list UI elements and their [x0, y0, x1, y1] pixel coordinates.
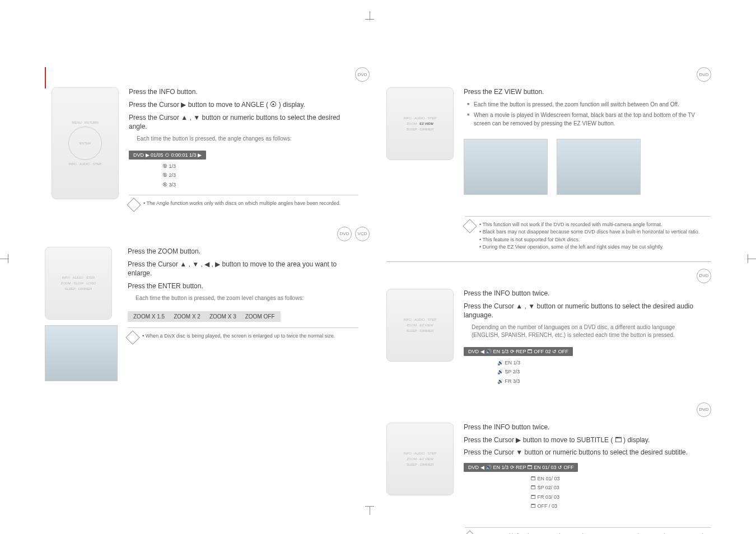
zoom-step2: Press the Cursor ▲ , ▼ , ◀ , ▶ button to… — [128, 260, 358, 279]
audio-osd: DVD ◀ 🔊 EN 1/3 ⟳ REP 🗔 OFF 02 ↺ OFF — [464, 347, 573, 356]
subtitle-chain-4: 🗔 OFF / 03 — [531, 502, 700, 510]
audio-chain-1: 🔊 EN 1/3 — [497, 358, 700, 367]
tv-before — [464, 139, 548, 195]
subtitle-step1: Press the INFO button twice. — [464, 423, 700, 432]
ezview-step1: Press the EZ VIEW button. — [464, 87, 700, 97]
angle-note-row: • The Angle function works only with dis… — [129, 195, 358, 210]
accent-bar — [45, 67, 46, 88]
subtitle-osd: DVD ◀ 🔊 EN 1/3 ⟳ REP 🗔 EN 01/ 03 ↺ OFF — [464, 463, 578, 472]
ezview-tv-compare — [464, 133, 700, 195]
subtitle-step3: Press the Cursor ▼ button or numeric but… — [464, 448, 700, 457]
subtitle-chain-3: 🗔 FR 03/ 03 — [531, 493, 700, 502]
crop-mark-bottom — [370, 506, 386, 523]
angle-chain-2: ⦿ 2/3 — [162, 171, 358, 180]
zoom-level-2: ZOOM X 2 — [174, 313, 200, 320]
note-icon — [463, 530, 477, 534]
ezview-bullet2: When a movie is played in Widescreen for… — [467, 111, 700, 128]
zoom-step3-sub: Each time the button is pressed, the zoo… — [136, 294, 358, 302]
audio-disc-icons: DVD — [386, 269, 711, 283]
note-icon — [125, 330, 139, 344]
dvd-disc-icon: DVD — [697, 402, 711, 417]
crop-mark-top — [370, 11, 386, 28]
angle-note: • The Angle function works only with dis… — [143, 200, 340, 208]
ezview-section: INFO · AUDIO · STEP ZOOM · EZ VIEW SLEEP… — [386, 87, 711, 199]
zoom-level-4: ZOOM OFF — [245, 313, 275, 320]
ezview-note-2: Black bars may not disappear because som… — [479, 228, 699, 236]
remote-image: MENU · RETURN ENTER INFO · AUDIO · STEP — [52, 87, 119, 199]
ezview-bullet1: Each time the button is pressed, the zoo… — [467, 100, 700, 109]
tv-screenshot — [45, 325, 118, 381]
subtitle-step2: Press the Cursor ▶ button to move to SUB… — [464, 435, 700, 445]
remote-image: INFO · AUDIO · STEP ZOOM · EZ VIEW SLEEP… — [386, 423, 454, 495]
audio-step2: Press the Cursor ▲ , ▼ button or numeric… — [464, 302, 700, 321]
zoom-step1: Press the ZOOM button. — [128, 247, 358, 256]
zoom-level-1: ZOOM X 1.5 — [133, 313, 165, 320]
angle-section: MENU · RETURN ENTER INFO · AUDIO · STEP … — [52, 87, 370, 210]
note-icon — [127, 198, 141, 212]
ezview-note-1: This function will not work if the DVD i… — [479, 221, 699, 229]
crop-mark-left — [0, 259, 17, 275]
ezview-disc-icons: DVD — [386, 67, 711, 82]
audio-chain: 🔊 EN 1/3 🔊 SP 2/3 🔊 FR 3/3 — [497, 358, 700, 386]
audio-chain-3: 🔊 FR 3/3 — [497, 377, 700, 386]
zoom-note: • When a DivX disc is being played, the … — [142, 332, 335, 340]
audio-step2-sub: Depending on the number of languages on … — [472, 324, 700, 339]
angle-step1: Press the INFO button. — [129, 87, 358, 97]
angle-osd: DVD ▶ 01/05 ⏲ 0:00:01 1/3 ▶ — [129, 151, 206, 160]
zoom-level-3: ZOOM X 3 — [209, 313, 236, 320]
zoom-note-row: • When a DivX disc is being played, the … — [128, 327, 358, 343]
audio-chain-2: 🔊 SP 2/3 — [497, 367, 700, 376]
ezview-notes: This function will not work if the DVD i… — [479, 221, 699, 251]
remote-image: INFO · AUDIO · STEP ZOOM · EZ VIEW SLEEP… — [386, 289, 454, 362]
angle-step2: Press the Cursor ▶ button to move to ANG… — [129, 100, 358, 110]
subtitle-disc-icons: DVD — [386, 402, 711, 417]
section-disc-icons: DVD — [52, 67, 370, 82]
angle-chain-3: ⦿ 3/3 — [162, 180, 358, 189]
angle-step3: Press the Cursor ▲ , ▼ button or numeric… — [129, 113, 358, 132]
dvd-disc-icon: DVD — [337, 227, 352, 241]
zoom-levels: ZOOM X 1.5 ZOOM X 2 ZOOM X 3 ZOOM OFF — [128, 311, 281, 322]
note-icon — [463, 219, 477, 233]
angle-chain: ⦿ 1/3 ⦿ 2/3 ⦿ 3/3 — [162, 162, 358, 189]
angle-step3-sub: Each time the button is pressed, the ang… — [137, 135, 358, 143]
subtitle-chain-2: 🗔 SP 02/ 03 — [531, 483, 700, 492]
zoom-disc-icons: DVD VCD — [45, 227, 370, 241]
audio-section: INFO · AUDIO · STEP ZOOM · EZ VIEW SLEEP… — [386, 289, 711, 386]
ezview-note-row: This function will not work if the DVD i… — [465, 216, 711, 251]
dvd-disc-icon: DVD — [697, 269, 711, 283]
ezview-note-4: During the EZ View operation, some of th… — [479, 243, 699, 251]
tv-after — [557, 139, 641, 195]
crop-mark-right — [739, 259, 756, 275]
subtitle-chain-1: 🗔 EN 01/ 03 — [531, 474, 700, 483]
subtitle-note-row: To operate this function, you can also p… — [465, 527, 711, 534]
zoom-step3: Press the ENTER button. — [128, 282, 358, 291]
subtitle-section: INFO · AUDIO · STEP ZOOM · EZ VIEW SLEEP… — [386, 423, 711, 510]
page-spread: DVD MENU · RETURN ENTER INFO · AUDIO · S… — [45, 67, 711, 512]
remote-image: INFO · AUDIO · STEP ZOOM · SLOW · LOGO S… — [45, 247, 112, 320]
dvd-disc-icon: DVD — [355, 67, 370, 82]
remote-image: INFO · AUDIO · STEP ZOOM · EZ VIEW SLEEP… — [386, 87, 454, 160]
right-page: DVD INFO · AUDIO · STEP ZOOM · EZ VIEW S… — [386, 67, 711, 512]
dvd-disc-icon: DVD — [697, 67, 711, 82]
audio-step1: Press the INFO button twice. — [464, 289, 700, 298]
angle-chain-1: ⦿ 1/3 — [162, 162, 358, 171]
subtitle-chain: 🗔 EN 01/ 03 🗔 SP 02/ 03 🗔 FR 03/ 03 🗔 OF… — [531, 474, 700, 510]
zoom-section: INFO · AUDIO · STEP ZOOM · SLOW · LOGO S… — [45, 247, 370, 381]
left-page: DVD MENU · RETURN ENTER INFO · AUDIO · S… — [45, 67, 370, 512]
vcd-disc-icon: VCD — [355, 227, 370, 241]
ezview-note-3: This feature is not supported for DivX d… — [479, 236, 699, 244]
